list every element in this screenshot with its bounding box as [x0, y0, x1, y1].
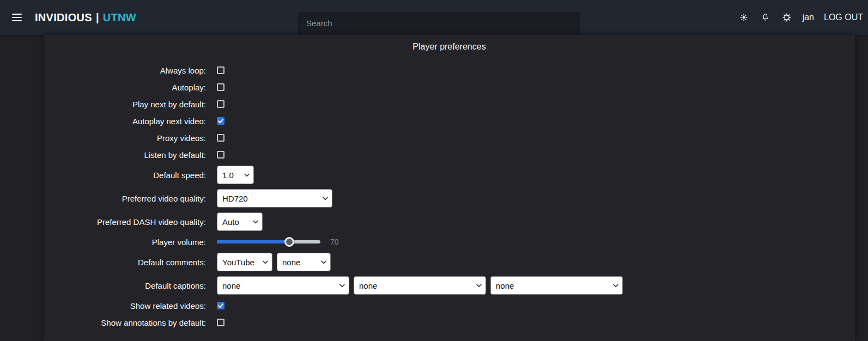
- pref-label-show-annotations-by-default: Show annotations by default:: [44, 318, 206, 327]
- pref-control-always-loop: [217, 66, 224, 74]
- pref-label-listen-by-default: Listen by default:: [44, 150, 206, 160]
- pref-control-default-comments: YouTubenone: [217, 253, 331, 271]
- slider-player-volume[interactable]: [217, 237, 320, 247]
- check-icon: [218, 303, 223, 308]
- pref-row-default-comments: Default comments:YouTubenone: [44, 253, 855, 271]
- pref-control-default-captions: nonenonenone: [217, 276, 623, 295]
- select-default-captions-3[interactable]: none: [490, 276, 623, 295]
- pref-control-play-next-by-default: [217, 100, 224, 108]
- checkbox-always-loop[interactable]: [217, 66, 224, 74]
- pref-control-preferred-dash-video-quality: Auto: [217, 212, 263, 231]
- pref-row-play-next-by-default: Play next by default:: [44, 98, 855, 110]
- pref-label-player-volume: Player volume:: [44, 238, 206, 247]
- pref-label-preferred-video-quality: Preferred video quality:: [44, 194, 206, 203]
- select-default-captions-2[interactable]: none: [354, 276, 486, 295]
- select-wrap-default-comments-0: YouTube: [217, 253, 272, 271]
- preferences-form: Always loop:Autoplay:Play next by defaul…: [44, 64, 855, 328]
- pref-control-default-speed: 1.0: [217, 166, 254, 184]
- checkbox-listen-by-default[interactable]: [217, 151, 224, 159]
- pref-label-play-next-by-default: Play next by default:: [44, 100, 206, 109]
- navbar-actions: jan LOG OUT: [738, 11, 868, 23]
- pref-label-always-loop: Always loop:: [44, 66, 206, 75]
- pref-row-preferred-dash-video-quality: Preferred DASH video quality:Auto: [44, 212, 855, 231]
- hamburger-icon[interactable]: [9, 11, 25, 24]
- logo-separator: |: [96, 11, 99, 24]
- username-link[interactable]: jan: [803, 13, 814, 22]
- checkbox-proxy-videos[interactable]: [217, 134, 224, 142]
- logo-primary: INVIDIOUS: [35, 11, 92, 24]
- select-default-comments-2[interactable]: none: [277, 253, 331, 271]
- pref-row-autoplay-next-video: Autoplay next video:: [44, 115, 855, 127]
- pref-row-listen-by-default: Listen by default:: [44, 149, 855, 161]
- slider-fill: [217, 240, 289, 243]
- checkbox-play-next-by-default[interactable]: [217, 100, 224, 108]
- logo-accent: UTNW: [103, 11, 136, 24]
- check-icon: [218, 118, 223, 124]
- gear-icon[interactable]: [781, 11, 793, 23]
- select-wrap-preferred-video-quality-0: HD720: [217, 189, 332, 208]
- pref-label-proxy-videos: Proxy videos:: [44, 133, 206, 143]
- pref-control-preferred-video-quality: HD720: [217, 189, 332, 208]
- pref-row-always-loop: Always loop:: [44, 64, 855, 76]
- select-preferred-dash-video-quality[interactable]: Auto: [217, 212, 263, 231]
- page-title: Player preferences: [44, 41, 855, 52]
- select-wrap-default-captions-1: none: [354, 276, 486, 295]
- content-panel: Player preferences Always loop:Autoplay:…: [44, 35, 855, 341]
- checkbox-autoplay[interactable]: [217, 83, 224, 91]
- select-wrap-preferred-dash-video-quality-0: Auto: [217, 212, 263, 231]
- pref-row-default-captions: Default captions:nonenonenone: [44, 276, 855, 295]
- pref-row-player-volume: Player volume:70: [44, 236, 855, 248]
- pref-row-proxy-videos: Proxy videos:: [44, 132, 855, 144]
- select-wrap-default-captions-2: none: [490, 276, 623, 295]
- pref-control-listen-by-default: [217, 151, 224, 159]
- slider-thumb[interactable]: [284, 237, 294, 247]
- site-logo[interactable]: INVIDIOUS | UTNW: [35, 11, 136, 24]
- pref-row-autoplay: Autoplay:: [44, 81, 855, 93]
- pref-control-proxy-videos: [217, 134, 224, 142]
- navbar: INVIDIOUS | UTNW: [0, 0, 868, 35]
- pref-label-default-comments: Default comments:: [44, 258, 206, 267]
- checkbox-autoplay-next-video[interactable]: [217, 117, 224, 125]
- checkbox-show-related-videos[interactable]: [217, 302, 224, 309]
- pref-control-show-related-videos: [217, 302, 224, 309]
- select-default-speed[interactable]: 1.0: [217, 166, 254, 184]
- sun-icon[interactable]: [738, 11, 750, 23]
- select-wrap-default-captions-0: none: [217, 276, 349, 295]
- search-bar: [298, 12, 580, 34]
- pref-label-default-captions: Default captions:: [44, 281, 206, 290]
- pref-control-player-volume: 70: [217, 237, 339, 247]
- pref-row-default-speed: Default speed:1.0: [44, 166, 855, 184]
- select-wrap-default-speed-0: 1.0: [217, 166, 254, 184]
- pref-row-preferred-video-quality: Preferred video quality:HD720: [44, 189, 855, 208]
- select-preferred-video-quality[interactable]: HD720: [217, 189, 332, 208]
- pref-label-preferred-dash-video-quality: Preferred DASH video quality:: [44, 217, 206, 227]
- pref-control-autoplay: [217, 83, 224, 91]
- select-default-captions-1[interactable]: none: [217, 276, 349, 295]
- pref-label-autoplay: Autoplay:: [44, 83, 206, 92]
- search-input[interactable]: [298, 12, 580, 34]
- slider-value: 70: [330, 238, 339, 246]
- bell-icon[interactable]: [760, 11, 771, 23]
- pref-label-default-speed: Default speed:: [44, 170, 206, 180]
- pref-control-autoplay-next-video: [217, 117, 224, 125]
- select-default-comments-1[interactable]: YouTube: [217, 253, 272, 271]
- select-wrap-default-comments-1: none: [277, 253, 331, 271]
- pref-label-show-related-videos: Show related videos:: [44, 301, 206, 310]
- checkbox-show-annotations-by-default[interactable]: [217, 319, 224, 326]
- pref-row-show-annotations-by-default: Show annotations by default:: [44, 316, 855, 328]
- pref-row-show-related-videos: Show related videos:: [44, 300, 855, 312]
- pref-label-autoplay-next-video: Autoplay next video:: [44, 117, 206, 126]
- pref-control-show-annotations-by-default: [217, 319, 224, 326]
- logout-link[interactable]: LOG OUT: [824, 13, 863, 22]
